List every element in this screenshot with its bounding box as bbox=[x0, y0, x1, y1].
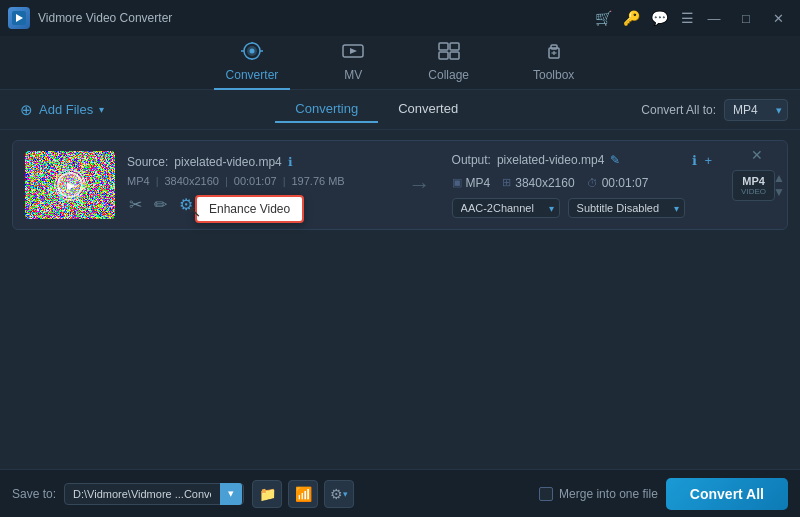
bottom-bar: Save to: ▾ 📁 📶 ⚙ ▾ Merge into one file C… bbox=[0, 469, 800, 517]
cut-icon-button[interactable]: ✂ bbox=[127, 193, 144, 216]
scroll-up-icon[interactable]: ▲ bbox=[773, 172, 785, 184]
tab-toolbox[interactable]: Toolbox bbox=[521, 36, 586, 90]
svg-rect-16 bbox=[551, 45, 557, 49]
toolbox-icon bbox=[543, 42, 565, 65]
file-thumbnail[interactable]: ▶ bbox=[25, 151, 115, 219]
arrow-right-icon: → bbox=[409, 172, 431, 198]
output-info-icon[interactable]: ℹ bbox=[692, 153, 697, 168]
minimize-button[interactable]: — bbox=[700, 7, 728, 29]
tab-converter[interactable]: Converter bbox=[214, 36, 291, 90]
save-path-dropdown-button[interactable]: ▾ bbox=[220, 483, 242, 505]
output-add-icon[interactable]: + bbox=[705, 153, 713, 168]
folder-icon-button[interactable]: 📁 bbox=[252, 480, 282, 508]
output-duration-value: 00:01:07 bbox=[602, 176, 649, 190]
output-file: pixelated-video.mp4 bbox=[497, 153, 604, 167]
collage-tab-label: Collage bbox=[428, 68, 469, 82]
toolbar-tabs: Converting Converted bbox=[112, 96, 641, 123]
output-selects: AAC-2Channel AAC-Stereo MP3-Stereo Subti… bbox=[452, 198, 713, 218]
resolution-icon: ⊞ bbox=[502, 176, 511, 189]
toolbar: ⊕ Add Files ▾ Converting Converted Conve… bbox=[0, 90, 800, 130]
output-resolution-value: 3840x2160 bbox=[515, 176, 574, 190]
settings-dropdown-icon: ▾ bbox=[343, 489, 348, 499]
svg-rect-13 bbox=[439, 52, 448, 59]
convert-all-button[interactable]: Convert All bbox=[666, 478, 788, 510]
toolbox-tab-label: Toolbox bbox=[533, 68, 574, 82]
meta-size: 197.76 MB bbox=[291, 175, 344, 187]
source-label: Source: bbox=[127, 155, 168, 169]
app-title: Vidmore Video Converter bbox=[38, 11, 172, 25]
audio-select-wrap: AAC-2Channel AAC-Stereo MP3-Stereo bbox=[452, 198, 560, 218]
close-card-button[interactable]: ✕ bbox=[751, 147, 763, 163]
title-bar-controls: 🛒 🔑 💬 ☰ — □ ✕ bbox=[594, 7, 792, 29]
source-filename: pixelated-video.mp4 bbox=[174, 155, 281, 169]
convert-all-to-label: Convert All to: bbox=[641, 103, 716, 117]
scroll-arrows: ▲ ▼ bbox=[773, 172, 785, 198]
menu-icon[interactable]: ☰ bbox=[678, 9, 696, 27]
output-header: Output: pixelated-video.mp4 ✎ ℹ + bbox=[452, 153, 713, 168]
format-select-wrap: MP4 MKV AVI MOV WMV bbox=[724, 99, 788, 121]
collage-icon bbox=[438, 42, 460, 65]
cart-icon[interactable]: 🛒 bbox=[594, 9, 612, 27]
mv-tab-label: MV bbox=[344, 68, 362, 82]
save-path-wrap: ▾ bbox=[64, 483, 244, 505]
play-button[interactable]: ▶ bbox=[57, 172, 83, 198]
format-badge-label: VIDEO bbox=[741, 187, 766, 196]
tab-collage[interactable]: Collage bbox=[416, 36, 481, 90]
add-files-button[interactable]: ⊕ Add Files ▾ bbox=[12, 96, 112, 124]
svg-point-4 bbox=[249, 49, 254, 54]
enhance-video-tooltip: Enhance Video bbox=[195, 195, 304, 223]
signal-icon-button[interactable]: 📶 bbox=[288, 480, 318, 508]
subtitle-select-wrap: Subtitle Disabled Subtitle Enabled bbox=[568, 198, 685, 218]
meta-duration: 00:01:07 bbox=[234, 175, 277, 187]
close-button[interactable]: ✕ bbox=[764, 7, 792, 29]
audio-select[interactable]: AAC-2Channel AAC-Stereo MP3-Stereo bbox=[452, 198, 560, 218]
output-resolution-prop: ⊞ 3840x2160 bbox=[502, 176, 574, 190]
settings-icon-button[interactable]: ⚙ ▾ bbox=[324, 480, 354, 508]
output-section: Output: pixelated-video.mp4 ✎ ℹ + ▣ MP4 … bbox=[452, 153, 713, 218]
save-to-label: Save to: bbox=[12, 487, 56, 501]
edit-filename-icon[interactable]: ✎ bbox=[610, 153, 620, 167]
output-label: Output: bbox=[452, 153, 491, 167]
plus-circle-icon: ⊕ bbox=[20, 101, 33, 119]
svg-rect-11 bbox=[439, 43, 448, 50]
format-select[interactable]: MP4 MKV AVI MOV WMV bbox=[724, 99, 788, 121]
format-badge: MP4 VIDEO bbox=[732, 170, 775, 201]
converting-tab-button[interactable]: Converting bbox=[275, 96, 378, 123]
format-badge-value: MP4 bbox=[742, 175, 765, 187]
add-files-dropdown-icon[interactable]: ▾ bbox=[99, 104, 104, 115]
output-header-icons: ℹ + bbox=[692, 153, 713, 168]
converter-tab-label: Converter bbox=[226, 68, 279, 82]
merge-checkbox[interactable] bbox=[539, 487, 553, 501]
output-duration-prop: ⏱ 00:01:07 bbox=[587, 176, 649, 190]
svg-rect-12 bbox=[450, 43, 459, 50]
chat-icon[interactable]: 💬 bbox=[650, 9, 668, 27]
meta-resolution: 3840x2160 bbox=[164, 175, 218, 187]
play-overlay[interactable]: ▶ bbox=[25, 151, 115, 219]
bottom-icons: 📁 📶 ⚙ ▾ bbox=[252, 480, 354, 508]
info-icon[interactable]: ℹ bbox=[288, 155, 293, 169]
title-bar: Vidmore Video Converter 🛒 🔑 💬 ☰ — □ ✕ bbox=[0, 0, 800, 36]
maximize-button[interactable]: □ bbox=[732, 7, 760, 29]
clock-icon: ⏱ bbox=[587, 177, 598, 189]
save-path-input[interactable] bbox=[64, 483, 244, 505]
tab-mv[interactable]: MV bbox=[330, 36, 376, 90]
key-icon[interactable]: 🔑 bbox=[622, 9, 640, 27]
film-icon: ▣ bbox=[452, 176, 462, 189]
converted-tab-button[interactable]: Converted bbox=[378, 96, 478, 123]
subtitle-select[interactable]: Subtitle Disabled Subtitle Enabled bbox=[568, 198, 685, 218]
edit-icon-button[interactable]: ✏ bbox=[152, 193, 169, 216]
scroll-down-icon[interactable]: ▼ bbox=[773, 186, 785, 198]
title-bar-icons: 🛒 🔑 💬 ☰ bbox=[594, 9, 696, 27]
output-format-prop: ▣ MP4 bbox=[452, 176, 491, 190]
cursor-pointer: ↖ bbox=[188, 202, 201, 221]
meta-format: MP4 bbox=[127, 175, 150, 187]
enhance-video-label: Enhance Video bbox=[209, 202, 290, 216]
output-props: ▣ MP4 ⊞ 3840x2160 ⏱ 00:01:07 bbox=[452, 176, 713, 190]
title-bar-left: Vidmore Video Converter bbox=[8, 7, 172, 29]
merge-section: Merge into one file bbox=[539, 487, 658, 501]
nav-tabs: Converter MV Collage bbox=[0, 36, 800, 90]
converter-icon bbox=[241, 42, 263, 65]
output-filename: Output: pixelated-video.mp4 ✎ bbox=[452, 153, 621, 167]
svg-marker-10 bbox=[350, 48, 357, 54]
app-logo bbox=[8, 7, 30, 29]
